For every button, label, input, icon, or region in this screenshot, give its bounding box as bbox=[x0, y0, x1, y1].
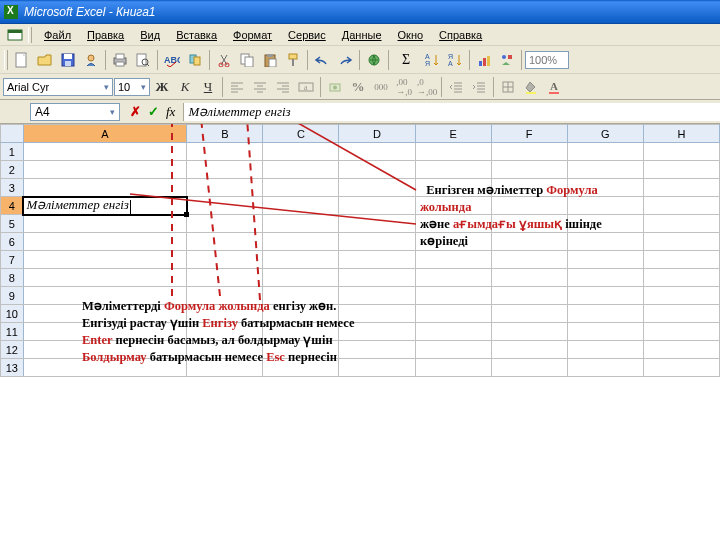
permission-button[interactable] bbox=[80, 49, 102, 71]
cell[interactable] bbox=[491, 143, 567, 161]
decrease-indent-button[interactable] bbox=[445, 76, 467, 98]
cell[interactable]: Мәліметтер енгіз bbox=[23, 197, 187, 215]
print-button[interactable] bbox=[109, 49, 131, 71]
col-header-F[interactable]: F bbox=[491, 125, 567, 143]
percent-button[interactable]: % bbox=[347, 76, 369, 98]
col-header-D[interactable]: D bbox=[339, 125, 415, 143]
cell[interactable] bbox=[23, 269, 187, 287]
cell[interactable] bbox=[23, 215, 187, 233]
print-preview-button[interactable] bbox=[132, 49, 154, 71]
cell[interactable] bbox=[491, 323, 567, 341]
cell[interactable] bbox=[491, 359, 567, 377]
cell[interactable] bbox=[567, 305, 643, 323]
font-size-combo[interactable]: 10▾ bbox=[114, 78, 150, 96]
cell[interactable] bbox=[643, 341, 719, 359]
cell[interactable] bbox=[263, 197, 339, 215]
align-right-button[interactable] bbox=[272, 76, 294, 98]
cancel-button[interactable]: ✗ bbox=[126, 103, 144, 121]
col-header-E[interactable]: E bbox=[415, 125, 491, 143]
row-header[interactable]: 12 bbox=[1, 341, 24, 359]
underline-button[interactable]: Ч bbox=[197, 76, 219, 98]
cell[interactable] bbox=[643, 161, 719, 179]
row-header[interactable]: 13 bbox=[1, 359, 24, 377]
select-all-corner[interactable] bbox=[1, 125, 24, 143]
cell[interactable] bbox=[339, 197, 415, 215]
row-header[interactable]: 3 bbox=[1, 179, 24, 197]
paste-button[interactable] bbox=[259, 49, 281, 71]
row-header[interactable]: 8 bbox=[1, 269, 24, 287]
cell[interactable] bbox=[567, 341, 643, 359]
cell[interactable] bbox=[187, 215, 263, 233]
cell[interactable] bbox=[187, 161, 263, 179]
cell[interactable] bbox=[339, 179, 415, 197]
cell[interactable] bbox=[23, 251, 187, 269]
align-left-button[interactable] bbox=[226, 76, 248, 98]
cell[interactable] bbox=[339, 215, 415, 233]
col-header-C[interactable]: C bbox=[263, 125, 339, 143]
chart-wizard-button[interactable] bbox=[473, 49, 495, 71]
align-center-button[interactable] bbox=[249, 76, 271, 98]
cell[interactable] bbox=[567, 359, 643, 377]
merge-center-button[interactable]: a bbox=[295, 76, 317, 98]
menu-file[interactable]: Файл bbox=[36, 27, 79, 43]
cell[interactable] bbox=[339, 269, 415, 287]
cell[interactable] bbox=[643, 359, 719, 377]
menu-help[interactable]: Справка bbox=[431, 27, 490, 43]
cell[interactable] bbox=[339, 161, 415, 179]
fx-label[interactable]: fx bbox=[166, 104, 175, 120]
cell[interactable] bbox=[263, 161, 339, 179]
research-button[interactable] bbox=[184, 49, 206, 71]
cell[interactable] bbox=[415, 305, 491, 323]
cell[interactable] bbox=[567, 161, 643, 179]
cell[interactable] bbox=[263, 215, 339, 233]
save-button[interactable] bbox=[57, 49, 79, 71]
workbook-control-icon[interactable] bbox=[6, 28, 24, 42]
cell[interactable] bbox=[491, 341, 567, 359]
font-name-combo[interactable]: Arial Cyr▾ bbox=[3, 78, 113, 96]
cell[interactable] bbox=[339, 233, 415, 251]
col-header-G[interactable]: G bbox=[567, 125, 643, 143]
row-header[interactable]: 6 bbox=[1, 233, 24, 251]
font-color-button[interactable]: A bbox=[543, 76, 565, 98]
cell[interactable] bbox=[491, 305, 567, 323]
undo-button[interactable] bbox=[311, 49, 333, 71]
cell[interactable] bbox=[643, 287, 719, 305]
col-header-A[interactable]: A bbox=[23, 125, 187, 143]
menu-insert[interactable]: Вставка bbox=[168, 27, 225, 43]
drawing-button[interactable] bbox=[496, 49, 518, 71]
cell[interactable] bbox=[339, 143, 415, 161]
cell[interactable] bbox=[491, 287, 567, 305]
borders-button[interactable] bbox=[497, 76, 519, 98]
menu-window[interactable]: Окно bbox=[390, 27, 432, 43]
fill-color-button[interactable] bbox=[520, 76, 542, 98]
cell[interactable] bbox=[643, 251, 719, 269]
cell[interactable] bbox=[415, 269, 491, 287]
currency-button[interactable] bbox=[324, 76, 346, 98]
menu-edit[interactable]: Правка bbox=[79, 27, 132, 43]
decrease-decimal-button[interactable]: ,0→,00 bbox=[416, 76, 438, 98]
cell[interactable] bbox=[415, 143, 491, 161]
row-header[interactable]: 1 bbox=[1, 143, 24, 161]
sort-asc-button[interactable]: АЯ bbox=[421, 49, 443, 71]
hyperlink-button[interactable] bbox=[363, 49, 385, 71]
cell[interactable] bbox=[415, 161, 491, 179]
increase-decimal-button[interactable]: ,00→,0 bbox=[393, 76, 415, 98]
cell[interactable] bbox=[263, 251, 339, 269]
cell[interactable] bbox=[643, 305, 719, 323]
sort-desc-button[interactable]: ЯА bbox=[444, 49, 466, 71]
cell[interactable] bbox=[339, 251, 415, 269]
cell[interactable] bbox=[567, 251, 643, 269]
cell[interactable] bbox=[415, 359, 491, 377]
cell[interactable] bbox=[187, 251, 263, 269]
cell[interactable] bbox=[187, 197, 263, 215]
row-header[interactable]: 4 bbox=[1, 197, 24, 215]
menu-format[interactable]: Формат bbox=[225, 27, 280, 43]
cell[interactable] bbox=[187, 233, 263, 251]
row-header[interactable]: 7 bbox=[1, 251, 24, 269]
cut-button[interactable] bbox=[213, 49, 235, 71]
format-painter-button[interactable] bbox=[282, 49, 304, 71]
col-header-H[interactable]: H bbox=[643, 125, 719, 143]
cell[interactable] bbox=[567, 287, 643, 305]
italic-button[interactable]: К bbox=[174, 76, 196, 98]
name-box[interactable]: A4▾ bbox=[30, 103, 120, 121]
